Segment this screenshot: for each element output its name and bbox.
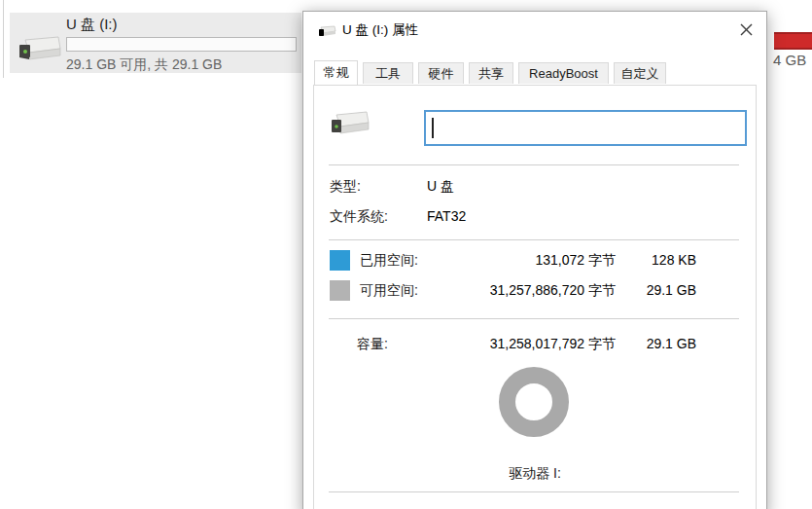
- explorer-drive-tile[interactable]: U 盘 (I:) 29.1 GB 可用, 共 29.1 GB: [10, 13, 301, 73]
- separator: [329, 239, 739, 240]
- separator: [329, 491, 739, 492]
- free-space-legend-swatch: [330, 280, 350, 301]
- general-tab-page: 类型: U 盘 文件系统: FAT32 已用空间: 131,072 字节 128…: [313, 85, 757, 509]
- used-space-row: 已用空间: 131,072 字节 128 KB: [314, 250, 756, 272]
- capacity-size: 29.1 GB: [647, 336, 696, 351]
- tab-customize[interactable]: 自定义: [614, 62, 666, 84]
- tab-sharing[interactable]: 共享: [469, 62, 513, 84]
- separator: [329, 164, 739, 165]
- properties-dialog: U 盘 (I:) 属性 常规 工具 硬件 共享 ReadyBoost 自定义: [302, 11, 767, 509]
- used-space-label: 已用空间:: [360, 252, 418, 270]
- dialog-title: U 盘 (I:) 属性: [342, 21, 418, 39]
- type-row: 类型: U 盘: [314, 178, 756, 198]
- volume-label-input[interactable]: [424, 110, 747, 146]
- separator: [329, 318, 739, 319]
- usb-drive-icon: [328, 109, 371, 138]
- type-value: U 盘: [427, 178, 454, 196]
- background-drive-usage-bar-red: [774, 32, 812, 50]
- text-cursor: [432, 118, 434, 138]
- used-space-legend-swatch: [330, 250, 350, 271]
- background-drive-usage-text: 4 GB: [773, 52, 806, 68]
- filesystem-label: 文件系统:: [330, 208, 388, 226]
- capacity-row: 容量: 31,258,017,792 字节 29.1 GB: [314, 334, 756, 355]
- drive-capacity-bar: [66, 37, 297, 52]
- dialog-titlebar[interactable]: U 盘 (I:) 属性: [303, 12, 766, 51]
- screenshot-stage: U 盘 (I:) 29.1 GB 可用, 共 29.1 GB 4 GB U 盘 …: [0, 0, 812, 509]
- used-space-size: 128 KB: [652, 252, 696, 268]
- tabstrip: 常规 工具 硬件 共享 ReadyBoost 自定义: [314, 60, 666, 84]
- free-space-row: 可用空间: 31,257,886,720 字节 29.1 GB: [314, 280, 756, 302]
- drive-tile-usage-text: 29.1 GB 可用, 共 29.1 GB: [66, 56, 222, 74]
- used-space-bytes: 131,072 字节: [536, 252, 617, 270]
- type-label: 类型:: [330, 178, 361, 196]
- disk-usage-donut-chart: [499, 367, 569, 437]
- capacity-label: 容量:: [357, 336, 388, 353]
- usb-drive-icon: [16, 32, 62, 65]
- free-space-bytes: 31,257,886,720 字节: [490, 282, 616, 300]
- usb-drive-icon-small: [317, 24, 336, 38]
- close-icon[interactable]: [735, 18, 757, 40]
- tab-tools[interactable]: 工具: [363, 62, 413, 84]
- tab-general[interactable]: 常规: [314, 60, 358, 85]
- drive-tile-title: U 盘 (I:): [66, 16, 118, 34]
- filesystem-value: FAT32: [427, 208, 466, 224]
- tab-readyboost[interactable]: ReadyBoost: [518, 62, 609, 84]
- tab-hardware[interactable]: 硬件: [418, 62, 464, 84]
- free-space-label: 可用空间:: [360, 282, 418, 300]
- explorer-pane-divider: [3, 0, 4, 78]
- free-space-size: 29.1 GB: [647, 282, 696, 298]
- drive-caption: 驱动器 I:: [314, 465, 756, 483]
- filesystem-row: 文件系统: FAT32: [314, 208, 756, 228]
- capacity-bytes: 31,258,017,792 字节: [490, 336, 616, 353]
